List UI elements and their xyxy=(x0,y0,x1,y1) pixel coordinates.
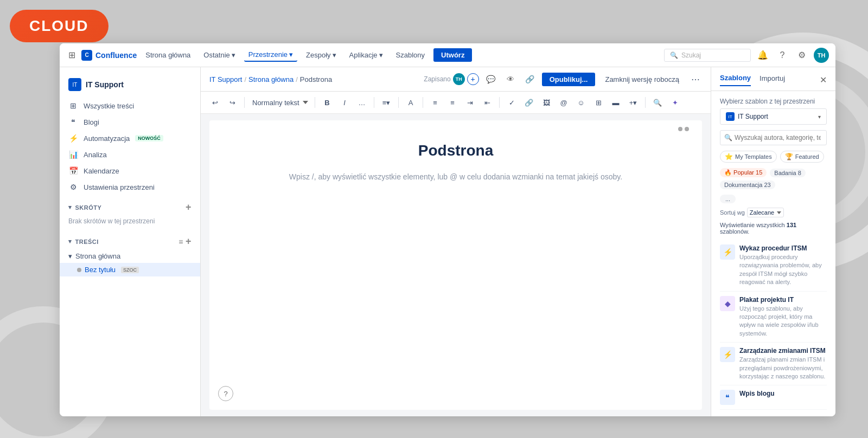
editor-placeholder-text[interactable]: Wpisz /, aby wyświetlić wszystkie elemen… xyxy=(242,172,669,181)
popular-chip[interactable]: 🔥 Popular 15 xyxy=(720,168,767,177)
app-window: ⊞ C Confluence Strona główna Ostatnie ▾ … xyxy=(60,43,835,416)
help-icon[interactable]: ? xyxy=(775,48,790,63)
user-avatar[interactable]: TH xyxy=(814,48,829,63)
more-text-button[interactable]: … xyxy=(354,95,369,110)
search-toolbar-button[interactable]: 🔍 xyxy=(650,95,665,110)
sidebar-item-settings[interactable]: ⚙ Ustawienia przestrzeni xyxy=(60,179,200,195)
table-button[interactable]: ⊞ xyxy=(591,95,606,110)
content-section: ▾ TREŚCI ≡ + xyxy=(60,229,200,249)
nav-logo-text: Confluence xyxy=(95,51,137,60)
research-chip[interactable]: Badania 8 xyxy=(770,169,806,177)
template-item-1[interactable]: ⚡ Wykaz procedur ITSM Uporządkuj procedu… xyxy=(720,240,827,292)
image-button[interactable]: 🖼 xyxy=(539,95,554,110)
sidebar-item-analytics[interactable]: 📊 Analiza xyxy=(60,146,200,163)
sidebar-item-automation[interactable]: ⚡ Automatyzacja NOWOŚĆ xyxy=(60,130,200,146)
outdent-button[interactable]: ⇤ xyxy=(480,95,495,110)
toolbar-divider-4 xyxy=(398,97,399,108)
template-item-4[interactable]: ❝ Wpis blogu xyxy=(720,385,827,410)
align-button[interactable]: ≡▾ xyxy=(379,95,394,110)
italic-button[interactable]: I xyxy=(337,95,352,110)
grid-icon[interactable]: ⊞ xyxy=(66,50,77,61)
nav-item-templates[interactable]: Szablony xyxy=(392,49,429,61)
templates-tab[interactable]: Szablony xyxy=(720,74,751,86)
insert-more-button[interactable]: +▾ xyxy=(626,95,641,110)
sidebar-tree-parent-label: Strona główna xyxy=(75,252,120,260)
editor-canvas[interactable]: Podstrona Wpisz /, aby wyświetlić wszyst… xyxy=(209,120,702,410)
nav-logo[interactable]: C Confluence xyxy=(81,50,137,61)
sidebar-item-all-content[interactable]: ⊞ Wszystkie treści xyxy=(60,98,200,114)
bold-button[interactable]: B xyxy=(320,95,335,110)
numbered-list-button[interactable]: ≡ xyxy=(445,95,460,110)
mention-button[interactable]: @ xyxy=(556,95,571,110)
link-toolbar-button[interactable]: 🔗 xyxy=(521,95,537,110)
content-filter-button[interactable]: ≡ xyxy=(178,237,183,246)
bullet-list-button[interactable]: ≡ xyxy=(427,95,443,110)
content-add-button[interactable]: + xyxy=(186,236,192,247)
automation-icon: ⚡ xyxy=(68,133,78,143)
import-tab[interactable]: Importuj xyxy=(760,74,785,86)
layout-button[interactable]: ▬ xyxy=(608,95,623,110)
redo-button[interactable]: ↪ xyxy=(225,95,240,110)
filter-row: ⭐ My Templates 🏆 Featured xyxy=(720,151,827,163)
more-categories-button[interactable]: ... xyxy=(720,195,736,203)
notifications-icon[interactable]: 🔔 xyxy=(755,48,770,63)
add-collaborator-button[interactable]: + xyxy=(467,73,479,85)
publish-button[interactable]: Opublikuj... xyxy=(542,73,596,86)
nav-search-bar[interactable]: 🔍 Szukaj xyxy=(664,49,751,62)
expand-button[interactable] xyxy=(678,127,689,131)
task-button[interactable]: ✓ xyxy=(504,95,519,110)
text-color-button[interactable]: A xyxy=(403,95,418,110)
breadcrumb-home[interactable]: Strona główna xyxy=(248,75,293,83)
content-toggle[interactable]: ▾ xyxy=(68,238,72,245)
nav-item-home[interactable]: Strona główna xyxy=(141,49,195,61)
editor-toolbar: ↩ ↪ Normalny tekst B I … ≡▾ A ≡ ≡ ⇥ ⇤ xyxy=(201,92,711,114)
right-panel-close-button[interactable]: ✕ xyxy=(820,75,827,85)
undo-button[interactable]: ↩ xyxy=(207,95,222,110)
shortcuts-toggle[interactable]: ▾ xyxy=(68,204,72,211)
text-style-select[interactable]: Normalny tekst xyxy=(249,96,310,109)
featured-chip[interactable]: 🏆 Featured xyxy=(780,151,824,163)
tree-dot-icon xyxy=(77,268,81,272)
template-item-2[interactable]: ◆ Plakat projektu IT Użyj tego szablonu,… xyxy=(720,292,827,343)
breadcrumb-it-support[interactable]: IT Support xyxy=(209,75,242,83)
template-icon-4: ❝ xyxy=(720,390,735,405)
saved-label: Zapisano TH + xyxy=(424,73,478,85)
comment-icon[interactable]: 💬 xyxy=(483,72,499,87)
sidebar-tree-child[interactable]: Bez tytułu SZOC xyxy=(60,263,200,276)
template-name-2: Plakat projektu IT xyxy=(739,296,827,304)
szoc-badge: SZOC xyxy=(121,267,139,273)
nav-item-recent[interactable]: Ostatnie ▾ xyxy=(199,49,239,61)
space-select-arrow: ▾ xyxy=(818,114,821,120)
nav-item-spaces[interactable]: Przestrzenie ▾ xyxy=(244,48,297,62)
emoji-button[interactable]: ☺ xyxy=(573,95,589,110)
nav-item-apps[interactable]: Aplikacje ▾ xyxy=(345,49,387,61)
space-select-box[interactable]: IT IT Support ▾ xyxy=(720,108,827,125)
editor-help-button[interactable]: ? xyxy=(218,386,233,401)
documentation-chip[interactable]: Dokumentacja 23 xyxy=(720,181,775,189)
indent-button[interactable]: ⇥ xyxy=(462,95,477,110)
close-version-button[interactable]: Zamknij wersję roboczą xyxy=(599,73,685,86)
sidebar-tree-parent[interactable]: ▾ Strona główna xyxy=(60,249,200,263)
calendars-icon: 📅 xyxy=(68,166,78,176)
page-title[interactable]: Podstrona xyxy=(242,142,669,159)
template-search-input[interactable] xyxy=(720,130,827,145)
link-icon[interactable]: 🔗 xyxy=(522,72,538,87)
nav-item-teams[interactable]: Zespoły ▾ xyxy=(302,49,341,61)
shortcuts-add-button[interactable]: + xyxy=(186,202,192,213)
ai-button[interactable]: ✦ xyxy=(667,95,682,110)
search-icon: 🔍 xyxy=(670,51,678,59)
nav-create-button[interactable]: Utwórz xyxy=(433,48,472,62)
toolbar-divider-3 xyxy=(374,97,374,108)
template-item-3[interactable]: ⚡ Zarządzanie zmianami ITSM Zarządzaj pl… xyxy=(720,343,827,385)
more-options-button[interactable]: ⋯ xyxy=(689,74,702,85)
settings-icon[interactable]: ⚙ xyxy=(794,48,809,63)
content-label: TREŚCI xyxy=(75,239,99,245)
template-desc-2: Użyj tego szablonu, aby rozpocząć projek… xyxy=(739,305,827,338)
sort-select[interactable]: Zalecane xyxy=(747,208,784,217)
view-icon[interactable]: 👁 xyxy=(503,72,518,87)
my-templates-chip[interactable]: ⭐ My Templates xyxy=(720,151,777,163)
sidebar-item-blogs[interactable]: ❝ Blogi xyxy=(60,114,200,130)
popular-icon: 🔥 xyxy=(724,169,732,176)
template-info-2: Plakat projektu IT Użyj tego szablonu, a… xyxy=(739,296,827,338)
sidebar-item-calendars[interactable]: 📅 Kalendarze xyxy=(60,163,200,179)
